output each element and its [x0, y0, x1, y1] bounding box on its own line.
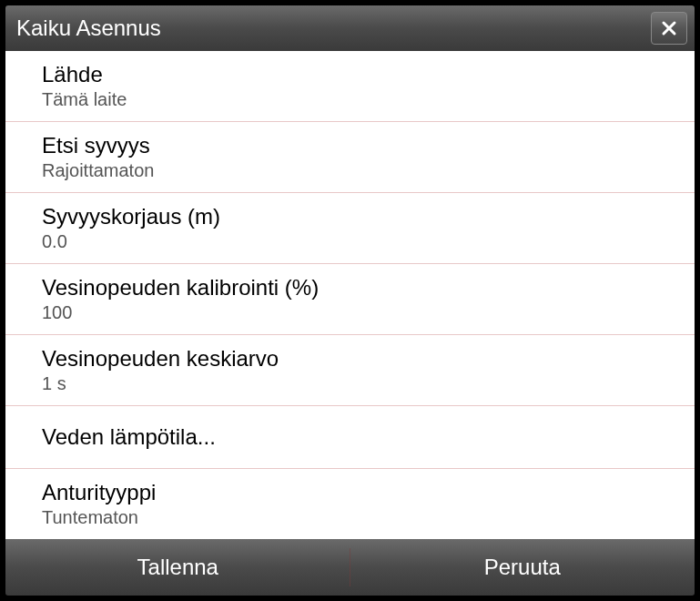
item-value: 1 s [42, 373, 695, 394]
item-label: Vesinopeuden kalibrointi (%) [42, 275, 695, 300]
close-button[interactable] [651, 12, 687, 45]
window-title: Kaiku Asennus [16, 15, 161, 41]
item-value: 0.0 [42, 231, 695, 252]
close-icon [660, 19, 678, 37]
window: Kaiku Asennus Lähde Tämä laite Etsi syvy… [0, 0, 700, 601]
item-value: Tämä laite [42, 89, 695, 110]
list-item-search-depth[interactable]: Etsi syvyys Rajoittamaton [5, 122, 695, 193]
item-label: Etsi syvyys [42, 133, 695, 158]
item-label: Anturityyppi [42, 480, 695, 505]
item-value: 100 [42, 302, 695, 323]
item-value: Tuntematon [42, 507, 695, 528]
list-item-depth-offset[interactable]: Syvyyskorjaus (m) 0.0 [5, 193, 695, 264]
cancel-button[interactable]: Peruuta [350, 539, 695, 596]
item-label: Lähde [42, 62, 695, 87]
footer: Tallenna Peruuta [5, 539, 695, 596]
save-button[interactable]: Tallenna [5, 539, 350, 596]
item-value: Rajoittamaton [42, 160, 695, 181]
list-item-source[interactable]: Lähde Tämä laite [5, 51, 695, 122]
list-item-transducer-type[interactable]: Anturityyppi Tuntematon [5, 469, 695, 539]
item-label: Syvyyskorjaus (m) [42, 204, 695, 229]
list-item-water-speed-average[interactable]: Vesinopeuden keskiarvo 1 s [5, 335, 695, 406]
titlebar: Kaiku Asennus [5, 5, 695, 51]
item-label: Veden lämpötila... [42, 417, 695, 457]
list-item-water-temperature[interactable]: Veden lämpötila... [5, 406, 695, 469]
item-label: Vesinopeuden keskiarvo [42, 346, 695, 372]
list-item-water-speed-calibration[interactable]: Vesinopeuden kalibrointi (%) 100 [5, 264, 695, 335]
settings-list: Lähde Tämä laite Etsi syvyys Rajoittamat… [5, 51, 695, 539]
